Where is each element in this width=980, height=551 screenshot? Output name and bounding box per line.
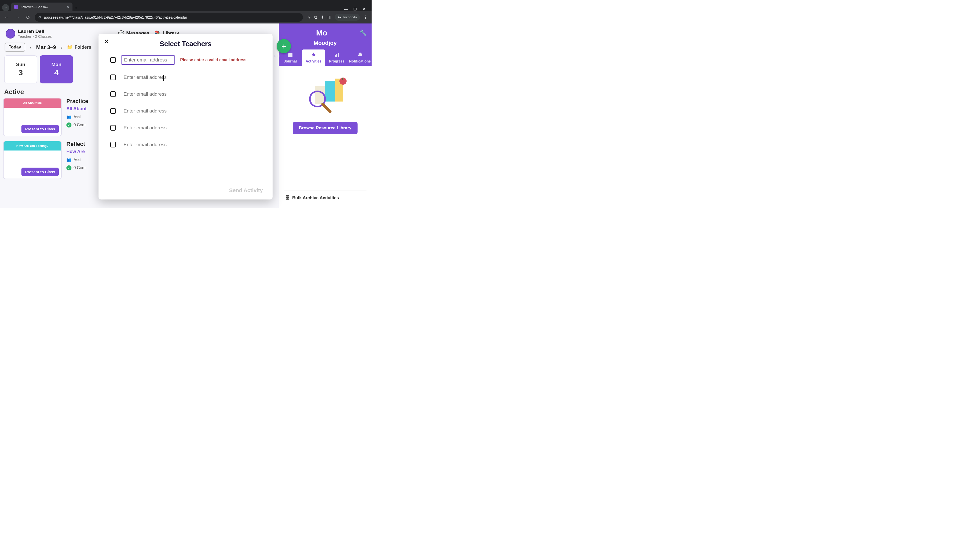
- email-input[interactable]: [121, 90, 175, 98]
- site-settings-icon[interactable]: ⚙: [38, 15, 41, 19]
- teacher-checkbox[interactable]: [110, 91, 116, 97]
- sidepanel-icon[interactable]: ◫: [328, 15, 331, 20]
- email-input[interactable]: [121, 124, 175, 132]
- tab-search-button[interactable]: [2, 4, 9, 11]
- reload-button[interactable]: ⟳: [24, 13, 32, 21]
- menu-icon[interactable]: ⋮: [363, 15, 368, 20]
- star-icon[interactable]: ☆: [307, 15, 310, 20]
- tab-title: Activities - Seesaw: [21, 5, 48, 9]
- teacher-row: [110, 140, 265, 149]
- download-icon[interactable]: ⬇: [321, 15, 324, 20]
- teacher-checkbox[interactable]: [110, 142, 116, 148]
- teacher-checkbox[interactable]: [110, 108, 116, 114]
- teacher-row: [110, 124, 265, 132]
- close-icon[interactable]: ✕: [104, 38, 109, 45]
- teacher-checkbox[interactable]: [110, 75, 116, 80]
- url-text: app.seesaw.me/#/class/class.e01bf4c2-9a2…: [44, 15, 187, 19]
- email-input[interactable]: [121, 73, 175, 82]
- email-error: Please enter a valid email address.: [180, 58, 248, 62]
- incognito-icon: 🕶: [338, 15, 341, 19]
- minimize-icon[interactable]: —: [344, 7, 348, 11]
- teacher-checkbox[interactable]: [110, 125, 116, 130]
- browser-tab[interactable]: S Activities - Seesaw ✕: [11, 3, 73, 11]
- teacher-checkbox[interactable]: [110, 57, 116, 63]
- new-tab-button[interactable]: ＋: [73, 4, 80, 11]
- modal-title: Select Teachers: [106, 40, 265, 48]
- extensions-icon[interactable]: ⧉: [314, 15, 317, 20]
- teacher-row: [110, 106, 265, 115]
- incognito-badge[interactable]: 🕶 Incognito: [335, 14, 360, 21]
- select-teachers-modal: ✕ Select Teachers Please enter a valid e…: [99, 34, 272, 200]
- favicon: S: [14, 5, 18, 9]
- back-button[interactable]: ←: [3, 13, 11, 21]
- email-input[interactable]: [121, 140, 175, 149]
- email-input[interactable]: [121, 106, 175, 115]
- close-window-icon[interactable]: ✕: [363, 7, 366, 11]
- email-input[interactable]: [121, 55, 175, 65]
- address-bar[interactable]: ⚙ app.seesaw.me/#/class/class.e01bf4c2-9…: [35, 13, 303, 22]
- teacher-row: Please enter a valid email address.: [110, 55, 265, 65]
- send-activity-button[interactable]: Send Activity: [229, 187, 263, 193]
- close-tab-icon[interactable]: ✕: [66, 5, 69, 9]
- text-caret: [163, 75, 164, 81]
- maximize-icon[interactable]: ❐: [353, 7, 357, 11]
- teacher-row: [110, 90, 265, 98]
- forward-button: →: [13, 13, 21, 21]
- teacher-row: [110, 73, 265, 82]
